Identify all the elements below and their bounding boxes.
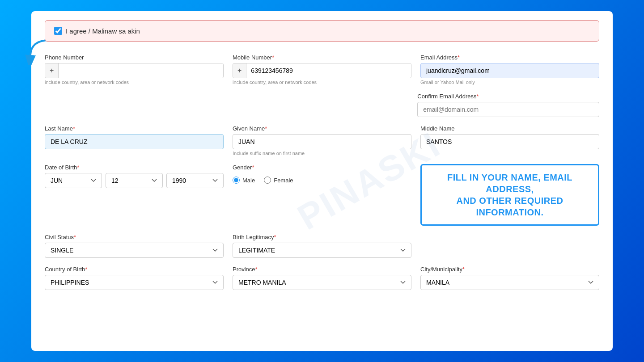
province-select[interactable]: METRO MANILA CEBU DAVAO [233,275,411,290]
middle-name-group: Middle Name [420,125,599,149]
email-group: Email Address* Gmail or Yahoo Mail only [420,54,599,85]
status-row: Civil Status* SINGLE MARRIED WIDOWED SEP… [45,234,599,258]
agree-checkbox[interactable] [54,27,62,35]
callout-box: FILL IN YOUR NAME, EMAIL ADDRESS, AND OT… [420,164,599,226]
middle-name-input[interactable] [420,134,599,149]
gender-female-radio[interactable] [264,177,271,184]
gender-male-option[interactable]: Male [233,177,255,184]
gender-options: Male Female [233,173,411,189]
province-group: Province* METRO MANILA CEBU DAVAO [233,266,411,290]
dob-gender-row: Date of Birth* JUN JANFEBMAR APRMAYJUL A… [45,164,599,226]
agree-checkbox-label[interactable]: I agree / Malinaw sa akin [54,27,140,35]
gender-female-option[interactable]: Female [264,177,293,184]
city-label: City/Municipality* [420,266,599,273]
country-birth-label: Country of Birth* [45,266,224,273]
contact-row: Phone Number + include country, area or … [45,54,599,85]
birth-legitimacy-select[interactable]: LEGITIMATE ILLEGITIMATE [233,243,411,258]
birth-legitimacy-label: Birth Legitimacy* [233,234,411,240]
phone-input-wrapper: + [45,63,224,78]
dob-label: Date of Birth* [45,164,224,171]
middle-name-label: Middle Name [420,125,599,132]
phone-group: Phone Number + include country, area or … [45,54,224,85]
dob-day-select[interactable]: 12 1234 5678 91011 131415 [106,173,163,188]
email-input[interactable] [420,63,599,78]
dob-selects: JUN JANFEBMAR APRMAYJUL AUGSEPOCT NOVDEC… [45,173,224,188]
arrow-indicator [22,38,54,67]
given-name-input[interactable] [233,134,411,149]
country-birth-select[interactable]: PHILIPPINES USA OTHERS [45,275,224,290]
country-birth-group: Country of Birth* PHILIPPINES USA OTHERS [45,266,224,290]
last-name-group: Last Name* [45,125,224,149]
city-group: City/Municipality* MANILA QUEZON CITY MA… [420,266,599,290]
province-label: Province* [233,266,411,273]
location-row: Country of Birth* PHILIPPINES USA OTHERS… [45,266,599,290]
mobile-input-wrapper: + [233,63,411,78]
email-label: Email Address* [420,54,599,61]
gender-male-radio[interactable] [233,177,240,184]
civil-status-group: Civil Status* SINGLE MARRIED WIDOWED SEP… [45,234,224,258]
given-name-group: Given Name* Include suffix name on first… [233,125,411,156]
gender-female-label: Female [274,177,293,184]
civil-status-label: Civil Status* [45,234,224,240]
name-row: Last Name* Given Name* Include suffix na… [45,125,599,156]
phone-hint: include country, area or network codes [45,80,224,85]
phone-label: Phone Number [45,54,224,61]
mobile-group: Mobile Number* + include country, area o… [233,54,411,85]
agree-section: I agree / Malinaw sa akin [45,20,599,42]
given-name-hint: Include suffix name on first name [233,151,411,156]
mobile-plus: + [233,63,246,78]
agree-text: I agree / Malinaw sa akin [66,27,140,35]
confirm-email-group: Confirm Email Address* [417,93,599,117]
main-container: PINASKI I agree / Malinaw sa akin [31,11,613,351]
dob-month-select[interactable]: JUN JANFEBMAR APRMAYJUL AUGSEPOCT NOVDEC [45,173,102,188]
mobile-input[interactable] [246,63,411,78]
dob-group: Date of Birth* JUN JANFEBMAR APRMAYJUL A… [45,164,224,188]
gender-label: Gender* [233,164,411,171]
callout-group: FILL IN YOUR NAME, EMAIL ADDRESS, AND OT… [420,164,599,226]
mobile-hint: include country, area or network codes [233,80,411,85]
email-hint: Gmail or Yahoo Mail only [420,80,599,85]
city-select[interactable]: MANILA QUEZON CITY MAKATI [420,275,599,290]
confirm-email-label: Confirm Email Address* [417,93,599,100]
last-name-input[interactable] [45,134,224,149]
callout-text: FILL IN YOUR NAME, EMAIL ADDRESS, AND OT… [431,172,589,218]
mobile-label: Mobile Number* [233,54,411,61]
last-name-label: Last Name* [45,125,224,132]
confirm-email-input[interactable] [417,102,599,117]
gender-group: Gender* Male Female [233,164,411,189]
gender-male-label: Male [242,177,255,184]
birth-legitimacy-group: Birth Legitimacy* LEGITIMATE ILLEGITIMAT… [233,234,411,258]
dob-year-select[interactable]: 1990 1980198519911992 [166,173,224,188]
confirm-email-row: Confirm Email Address* [45,93,599,117]
phone-input[interactable] [59,63,223,78]
given-name-label: Given Name* [233,125,411,132]
civil-status-select[interactable]: SINGLE MARRIED WIDOWED SEPARATED [45,243,224,258]
